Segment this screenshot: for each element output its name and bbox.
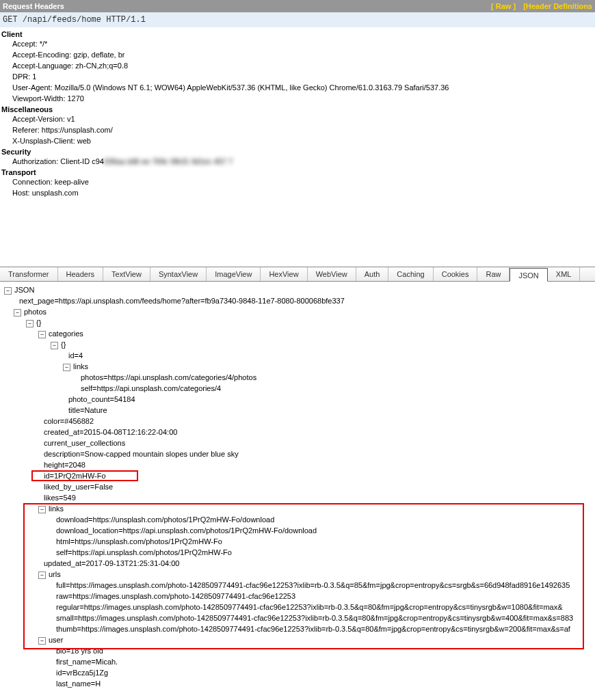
headers-panel: Client Accept: */* Accept-Encoding: gzip… xyxy=(0,27,595,267)
node-obj[interactable]: {} xyxy=(36,319,41,327)
node-liked[interactable]: liked_by_user=False xyxy=(44,483,113,491)
tab-syntaxview[interactable]: SyntaxView xyxy=(150,267,207,281)
auth-prefix: Authorization: Client-ID c94 xyxy=(12,157,104,165)
tab-xml[interactable]: XML xyxy=(548,267,581,281)
json-tree[interactable]: −JSON next_page=https://api.unsplash.com… xyxy=(4,284,591,689)
hdr-dpr: DPR: 1 xyxy=(0,71,595,82)
tab-imageview[interactable]: ImageView xyxy=(207,267,261,281)
node-cat-photos[interactable]: photos=https://api.unsplash.com/categori… xyxy=(81,373,256,381)
node-next-page[interactable]: next_page=https://api.unsplash.com/feeds… xyxy=(19,297,345,305)
hdr-accept: Accept: */* xyxy=(0,38,595,49)
group-security: Security xyxy=(0,148,595,156)
node-user[interactable]: user xyxy=(49,636,63,644)
tab-textview[interactable]: TextView xyxy=(103,267,150,281)
node-photos[interactable]: photos xyxy=(24,308,47,316)
node-likes[interactable]: likes=549 xyxy=(44,494,76,502)
hdr-connection: Connection: keep-alive xyxy=(0,176,595,187)
node-cat-obj[interactable]: {} xyxy=(61,340,66,349)
node-bio[interactable]: bio=18 yrs old xyxy=(56,647,103,655)
auth-masked: 036aa dd6 ee 769c 5fb31 9d1ec 457 7 xyxy=(104,156,233,167)
collapse-icon[interactable]: − xyxy=(38,571,46,579)
tab-json[interactable]: JSON xyxy=(510,268,547,282)
node-user-id[interactable]: id=vrBcza5j1Zg xyxy=(56,669,108,677)
header-links: [ Raw ] [Header Definitions xyxy=(486,1,592,11)
hdr-authorization: Authorization: Client-ID c94036aa dd6 ee… xyxy=(0,156,595,167)
panel-header: Request Headers [ Raw ] [Header Definiti… xyxy=(0,0,595,12)
tab-transformer[interactable]: Transformer xyxy=(0,267,58,281)
tab-auth[interactable]: Auth xyxy=(356,267,389,281)
node-id[interactable]: id=1PrQ2mHW-Fo xyxy=(44,472,106,480)
group-misc: Miscellaneous xyxy=(0,105,595,113)
node-description[interactable]: description=Snow-capped mountain slopes … xyxy=(44,450,239,458)
node-html[interactable]: html=https://unsplash.com/photos/1PrQ2mH… xyxy=(56,537,222,546)
node-height[interactable]: height=2048 xyxy=(44,461,85,469)
hdr-accept-version: Accept-Version: v1 xyxy=(0,113,595,124)
node-categories[interactable]: categories xyxy=(49,329,83,338)
response-tabs: Transformer Headers TextView SyntaxView … xyxy=(0,267,595,282)
collapse-icon[interactable]: − xyxy=(38,506,46,513)
collapse-icon[interactable]: − xyxy=(26,320,34,327)
tab-headers[interactable]: Headers xyxy=(58,267,104,281)
node-created-at[interactable]: created_at=2015-04-08T12:16:22-04:00 xyxy=(44,428,177,436)
hdr-x-unsplash-client: X-Unsplash-Client: web xyxy=(0,135,595,146)
hdr-host: Host: unsplash.com xyxy=(0,187,595,198)
collapse-icon[interactable]: − xyxy=(14,309,21,317)
node-color[interactable]: color=#456882 xyxy=(44,417,94,425)
node-last-name[interactable]: last_name=H xyxy=(56,679,101,688)
node-json[interactable]: JSON xyxy=(14,286,34,294)
node-cat-self[interactable]: self=https://api.unsplash.com/categories… xyxy=(81,384,221,392)
hdr-referer: Referer: https://unsplash.com/ xyxy=(0,124,595,135)
collapse-icon[interactable]: − xyxy=(63,364,70,371)
hdr-accept-language: Accept-Language: zh-CN,zh;q=0.8 xyxy=(0,60,595,71)
node-cat-links[interactable]: links xyxy=(73,362,88,371)
tab-webview[interactable]: WebView xyxy=(308,267,356,281)
node-small[interactable]: small=https://images.unsplash.com/photo-… xyxy=(56,614,573,622)
node-dloc[interactable]: download_location=https://api.unsplash.c… xyxy=(56,526,317,535)
json-tree-panel: −JSON next_page=https://api.unsplash.com… xyxy=(0,282,595,692)
tab-hexview[interactable]: HexView xyxy=(261,267,307,281)
collapse-icon[interactable]: − xyxy=(4,287,12,295)
collapse-icon[interactable]: − xyxy=(38,331,46,338)
node-updated[interactable]: updated_at=2017-09-13T21:25:31-04:00 xyxy=(44,559,179,567)
node-dl[interactable]: download=https://unsplash.com/photos/1Pr… xyxy=(56,515,274,524)
group-transport: Transport xyxy=(0,168,595,176)
hdr-viewport-width: Viewport-Width: 1270 xyxy=(0,93,595,104)
node-cuc[interactable]: current_user_collections xyxy=(44,439,125,447)
request-line: GET /napi/feeds/home HTTP/1.1 xyxy=(0,12,595,27)
node-urls[interactable]: urls xyxy=(49,570,61,578)
group-client: Client xyxy=(0,30,595,38)
node-full[interactable]: full=https://images.unsplash.com/photo-1… xyxy=(56,581,570,589)
collapse-icon[interactable]: − xyxy=(38,637,46,645)
node-raw[interactable]: raw=https://images.unsplash.com/photo-14… xyxy=(56,592,295,600)
node-first-name[interactable]: first_name=Micah. xyxy=(56,658,118,666)
node-regular[interactable]: regular=https://images.unsplash.com/phot… xyxy=(56,603,563,611)
tab-caching[interactable]: Caching xyxy=(388,267,433,281)
header-definitions-link[interactable]: [Header Definitions xyxy=(523,2,592,10)
hdr-accept-encoding: Accept-Encoding: gzip, deflate, br xyxy=(0,49,595,60)
node-cat-title[interactable]: title=Nature xyxy=(68,406,107,414)
collapse-icon[interactable]: − xyxy=(51,342,58,349)
tab-raw[interactable]: Raw xyxy=(477,267,510,281)
node-photo-count[interactable]: photo_count=54184 xyxy=(68,395,135,403)
node-thumb[interactable]: thumb=https://images.unsplash.com/photo-… xyxy=(56,625,570,633)
node-self[interactable]: self=https://api.unsplash.com/photos/1Pr… xyxy=(56,548,232,556)
panel-title: Request Headers xyxy=(3,1,64,11)
node-links[interactable]: links xyxy=(49,504,64,513)
hdr-user-agent: User-Agent: Mozilla/5.0 (Windows NT 6.1;… xyxy=(0,82,595,93)
tab-cookies[interactable]: Cookies xyxy=(434,267,478,281)
raw-link[interactable]: [ Raw ] xyxy=(491,2,516,10)
node-cat-id[interactable]: id=4 xyxy=(68,351,83,360)
